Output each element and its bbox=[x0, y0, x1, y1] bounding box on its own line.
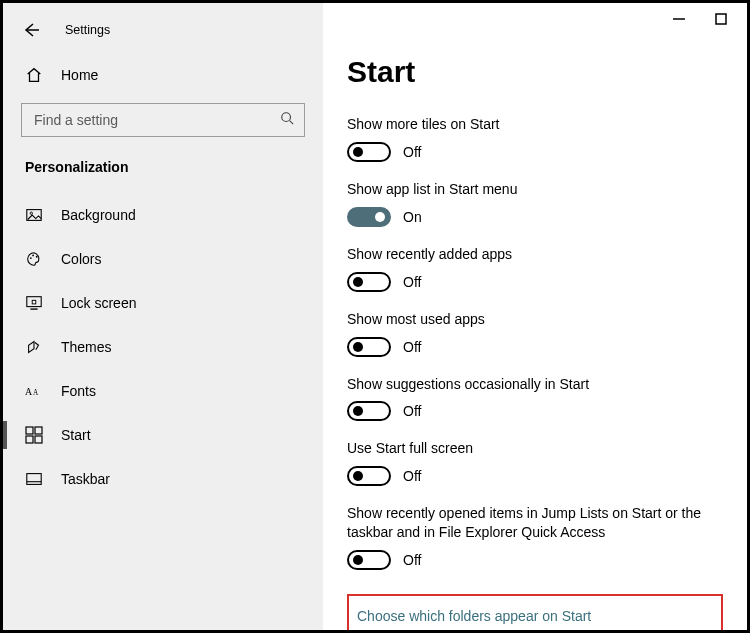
sidebar-item-fonts[interactable]: AA Fonts bbox=[3, 369, 323, 413]
setting-row: Show app list in Start menuOn bbox=[347, 180, 723, 227]
home-nav[interactable]: Home bbox=[3, 53, 323, 97]
setting-label: Show more tiles on Start bbox=[347, 115, 723, 134]
picture-icon bbox=[25, 206, 43, 224]
lock-screen-icon bbox=[25, 294, 43, 312]
search-icon bbox=[280, 111, 294, 129]
svg-line-4 bbox=[290, 121, 294, 125]
svg-rect-16 bbox=[35, 427, 42, 434]
sidebar: Settings Home Personalization bbox=[3, 3, 323, 630]
sidebar-item-taskbar[interactable]: Taskbar bbox=[3, 457, 323, 501]
toggle-state-text: Off bbox=[403, 403, 421, 419]
setting-label: Show most used apps bbox=[347, 310, 723, 329]
toggle-state-text: Off bbox=[403, 339, 421, 355]
search-input[interactable] bbox=[32, 111, 252, 129]
sidebar-item-label: Colors bbox=[61, 251, 101, 267]
sidebar-item-label: Taskbar bbox=[61, 471, 110, 487]
main-content: Start Show more tiles on StartOffShow ap… bbox=[323, 3, 747, 630]
choose-folders-link[interactable]: Choose which folders appear on Start bbox=[347, 594, 723, 630]
svg-point-7 bbox=[30, 257, 32, 259]
setting-label: Show app list in Start menu bbox=[347, 180, 723, 199]
home-icon bbox=[25, 66, 43, 84]
setting-label: Show recently added apps bbox=[347, 245, 723, 264]
svg-rect-12 bbox=[32, 300, 36, 304]
sidebar-item-label: Fonts bbox=[61, 383, 96, 399]
start-icon bbox=[25, 426, 43, 444]
toggle-switch[interactable] bbox=[347, 466, 391, 486]
category-heading: Personalization bbox=[3, 147, 323, 193]
back-button[interactable] bbox=[21, 21, 39, 39]
setting-row: Show suggestions occasionally in StartOf… bbox=[347, 375, 723, 422]
toggle-switch[interactable] bbox=[347, 337, 391, 357]
sidebar-item-themes[interactable]: Themes bbox=[3, 325, 323, 369]
svg-rect-15 bbox=[26, 427, 33, 434]
setting-row: Show recently added appsOff bbox=[347, 245, 723, 292]
svg-rect-11 bbox=[30, 308, 37, 309]
setting-row: Show more tiles on StartOff bbox=[347, 115, 723, 162]
home-label: Home bbox=[61, 67, 98, 83]
toggle-switch[interactable] bbox=[347, 142, 391, 162]
fonts-icon: AA bbox=[25, 382, 43, 400]
setting-row: Show recently opened items in Jump Lists… bbox=[347, 504, 723, 570]
svg-rect-19 bbox=[27, 474, 41, 485]
toggle-state-text: Off bbox=[403, 274, 421, 290]
setting-label: Show suggestions occasionally in Start bbox=[347, 375, 723, 394]
svg-point-3 bbox=[282, 113, 291, 122]
toggle-state-text: Off bbox=[403, 144, 421, 160]
svg-rect-17 bbox=[26, 436, 33, 443]
sidebar-item-label: Start bbox=[61, 427, 91, 443]
sidebar-item-lock-screen[interactable]: Lock screen bbox=[3, 281, 323, 325]
toggle-switch[interactable] bbox=[347, 207, 391, 227]
maximize-button[interactable] bbox=[715, 13, 727, 25]
svg-point-6 bbox=[30, 212, 32, 214]
sidebar-item-label: Background bbox=[61, 207, 136, 223]
svg-rect-1 bbox=[716, 14, 726, 24]
themes-icon bbox=[25, 338, 43, 356]
svg-point-8 bbox=[32, 255, 34, 257]
palette-icon bbox=[25, 250, 43, 268]
toggle-state-text: On bbox=[403, 209, 422, 225]
page-title: Start bbox=[347, 55, 723, 89]
sidebar-item-background[interactable]: Background bbox=[3, 193, 323, 237]
toggle-switch[interactable] bbox=[347, 401, 391, 421]
svg-point-9 bbox=[36, 256, 38, 258]
sidebar-item-colors[interactable]: Colors bbox=[3, 237, 323, 281]
sidebar-item-label: Lock screen bbox=[61, 295, 136, 311]
setting-row: Show most used appsOff bbox=[347, 310, 723, 357]
app-title: Settings bbox=[65, 23, 110, 37]
setting-row: Use Start full screenOff bbox=[347, 439, 723, 486]
svg-text:A: A bbox=[33, 390, 39, 398]
taskbar-icon bbox=[25, 470, 43, 488]
setting-label: Use Start full screen bbox=[347, 439, 723, 458]
setting-label: Show recently opened items in Jump Lists… bbox=[347, 504, 723, 542]
toggle-state-text: Off bbox=[403, 552, 421, 568]
toggle-switch[interactable] bbox=[347, 272, 391, 292]
toggle-state-text: Off bbox=[403, 468, 421, 484]
svg-text:A: A bbox=[25, 387, 33, 398]
sidebar-item-start[interactable]: Start bbox=[3, 413, 323, 457]
sidebar-item-label: Themes bbox=[61, 339, 112, 355]
toggle-switch[interactable] bbox=[347, 550, 391, 570]
minimize-button[interactable] bbox=[673, 13, 685, 25]
svg-rect-18 bbox=[35, 436, 42, 443]
search-box[interactable] bbox=[21, 103, 305, 137]
svg-rect-10 bbox=[27, 297, 41, 307]
